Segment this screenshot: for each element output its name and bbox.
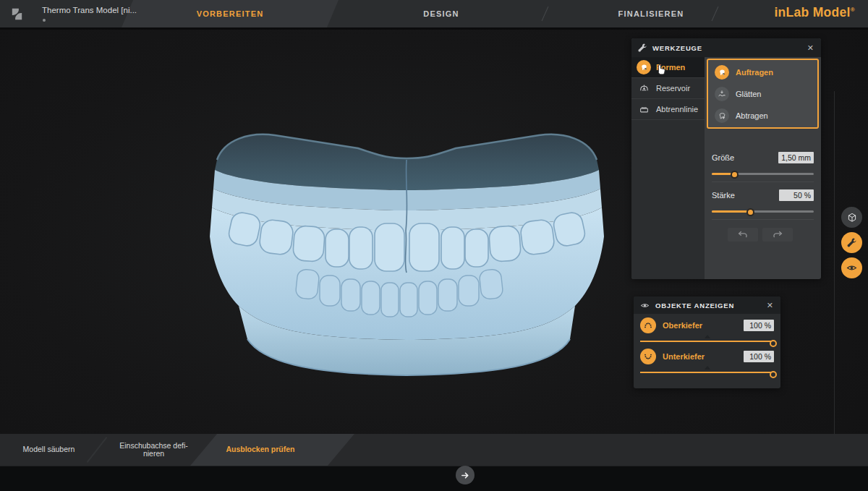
- unterkiefer-opacity-value[interactable]: 100 %: [744, 351, 774, 362]
- mode-label: Glätten: [736, 90, 761, 98]
- step-ausblocken-pruefen[interactable]: Ausblocken prüfen: [203, 434, 318, 466]
- mode-auftragen[interactable]: Auftragen: [708, 61, 817, 83]
- tools-toggle-button[interactable]: [841, 232, 862, 253]
- tool-tab-abtrennlinie[interactable]: Abtrennlinie: [631, 99, 705, 120]
- oberkiefer-opacity-value[interactable]: 100 %: [744, 320, 774, 331]
- object-row-unterkiefer: Unterkiefer 100 %: [634, 345, 780, 364]
- tools-panel-title: WERKZEUGE: [652, 44, 801, 52]
- topbar-divider: [0, 27, 868, 30]
- close-icon[interactable]: ✕: [806, 43, 815, 53]
- eye-icon: [846, 262, 858, 274]
- step-modell-saeubern[interactable]: Modell säubern: [7, 434, 90, 466]
- reservoir-icon: [637, 81, 651, 95]
- divider: [712, 182, 814, 182]
- object-label: Unterkiefer: [663, 352, 737, 361]
- object-label: Oberkiefer: [663, 321, 737, 330]
- tools-panel-header[interactable]: WERKZEUGE ✕: [631, 38, 821, 57]
- tool-tab-label: Abtrennlinie: [656, 105, 698, 114]
- arrow-right-icon: [461, 471, 470, 480]
- undo-button[interactable]: [728, 228, 758, 242]
- size-label: Größe: [712, 153, 734, 162]
- app-brand: inLab Model®: [774, 5, 855, 20]
- strength-label: Stärke: [712, 191, 735, 200]
- phase-tab-design[interactable]: DESIGN: [391, 0, 492, 27]
- mouse-cursor-hand: [655, 62, 666, 75]
- oberkiefer-opacity-slider[interactable]: [640, 338, 774, 345]
- view-cube-button[interactable]: [841, 207, 862, 228]
- mode-label: Abtragen: [736, 111, 768, 120]
- unterkiefer-slider-wrap: [634, 370, 780, 376]
- close-icon[interactable]: ✕: [765, 301, 775, 310]
- mode-abtragen[interactable]: Abtragen: [708, 105, 817, 127]
- size-value[interactable]: 1,50 mm: [778, 152, 814, 163]
- redo-button[interactable]: [762, 228, 793, 242]
- phase-tab-vorbereiten[interactable]: VORBEREITEN: [122, 0, 339, 27]
- oberkiefer-slider-thumb[interactable]: [770, 340, 777, 347]
- objects-panel-title: OBJEKTE ANZEIGEN: [655, 302, 760, 309]
- strength-value[interactable]: 50 %: [779, 189, 814, 201]
- formen-mode-group: Auftragen Glätten: [707, 59, 819, 129]
- remove-material-icon: [715, 108, 729, 123]
- strength-slider-block: Stärke 50 %: [712, 189, 814, 215]
- strength-slider-thumb[interactable]: [746, 208, 754, 216]
- size-slider-block: Größe 1,50 mm: [712, 152, 814, 177]
- size-slider-thumb[interactable]: [731, 171, 739, 179]
- smooth-icon: [715, 87, 729, 101]
- upper-jaw-icon[interactable]: [640, 317, 656, 333]
- tools-tab-column: Formen Reservoir: [631, 57, 705, 279]
- unterkiefer-slider-thumb[interactable]: [770, 371, 777, 378]
- object-row-oberkiefer: Oberkiefer 100 %: [634, 314, 780, 333]
- eye-icon: [639, 300, 650, 311]
- sirona-logo-icon: [9, 7, 25, 22]
- objects-panel: OBJEKTE ANZEIGEN ✕ Oberkiefer 100 %: [634, 296, 780, 388]
- phase-tab-finalisieren[interactable]: FINALISIEREN: [593, 0, 709, 27]
- app-logo[interactable]: [0, 0, 33, 27]
- visibility-toggle-button[interactable]: [841, 257, 862, 278]
- separation-line-icon: [637, 102, 651, 116]
- objects-panel-header[interactable]: OBJEKTE ANZEIGEN ✕: [634, 296, 780, 314]
- tool-tab-label: Reservoir: [656, 84, 690, 93]
- tools-options-column: Auftragen Glätten: [705, 57, 821, 279]
- tab-separator: [712, 7, 719, 22]
- bottom-strip: [0, 466, 868, 491]
- next-step-button[interactable]: [456, 466, 475, 484]
- divider: [712, 219, 814, 220]
- dental-model-3d[interactable]: [210, 128, 604, 392]
- step-einschubachse-definieren[interactable]: Einschubachse defi- nieren: [112, 434, 195, 466]
- tool-tab-reservoir[interactable]: Reservoir: [631, 78, 705, 99]
- step-label-line2: nieren: [143, 450, 164, 458]
- unterkiefer-opacity-slider[interactable]: [640, 370, 774, 376]
- apply-material-icon: [715, 65, 729, 80]
- step-label: Modell säubern: [23, 445, 75, 454]
- canvas-edge-divider: [834, 91, 835, 491]
- cube-icon: [846, 212, 858, 223]
- top-bar: Thermo Trans Model [ni... VORBEREITEN DE…: [0, 0, 868, 27]
- tooth-shape-icon: [637, 60, 651, 74]
- tool-tab-formen[interactable]: Formen: [631, 57, 705, 78]
- oberkiefer-slider-wrap: [634, 338, 780, 345]
- step-label: Ausblocken prüfen: [226, 445, 294, 454]
- strength-slider[interactable]: [712, 208, 814, 215]
- unsaved-indicator-dot: [43, 19, 46, 22]
- undo-redo-group: [728, 228, 793, 242]
- wrench-icon: [637, 43, 647, 53]
- mode-glaetten[interactable]: Glätten: [708, 83, 817, 105]
- wrench-icon: [846, 237, 857, 248]
- lower-jaw-icon[interactable]: [640, 349, 656, 364]
- size-slider[interactable]: [712, 170, 814, 177]
- tab-separator: [542, 7, 549, 22]
- mode-label: Auftragen: [736, 68, 773, 77]
